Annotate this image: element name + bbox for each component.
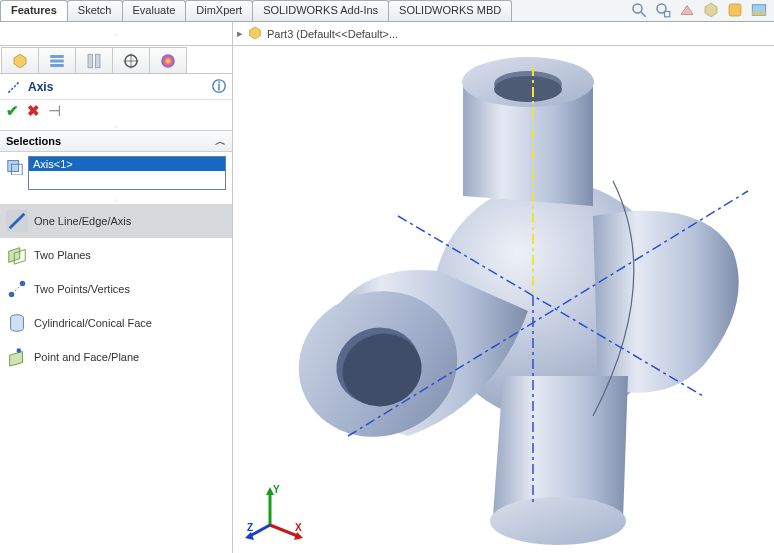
fm-tab-display-manager[interactable] — [149, 47, 187, 73]
svg-point-28 — [494, 76, 562, 102]
svg-rect-4 — [729, 4, 741, 16]
model-cylinder-top — [462, 57, 594, 206]
model-cylinder-front — [280, 270, 528, 457]
tab-sketch[interactable]: Sketch — [67, 0, 123, 21]
option-label: Two Points/Vertices — [34, 283, 130, 295]
two-points-icon — [6, 278, 28, 300]
option-cylindrical-conical-face[interactable]: Cylindrical/Conical Face — [0, 306, 232, 340]
zoom-to-fit-icon[interactable] — [630, 1, 648, 21]
option-point-and-face-plane[interactable]: Point and Face/Plane — [0, 340, 232, 374]
part-icon — [247, 25, 263, 43]
selection-entity-icon — [6, 157, 24, 175]
selection-item[interactable]: Axis<1> — [29, 157, 225, 171]
triad-y-label: Y — [273, 485, 280, 495]
svg-rect-7 — [50, 55, 64, 58]
breadcrumb[interactable]: ▸ Part3 (Default<<Default>... — [233, 25, 398, 43]
tab-evaluate[interactable]: Evaluate — [122, 0, 187, 21]
property-manager-controls: ✔ ✖ ⊣ — [0, 100, 232, 122]
option-label: Cylindrical/Conical Face — [34, 317, 152, 329]
svg-rect-17 — [8, 161, 19, 172]
svg-rect-9 — [50, 64, 64, 67]
tab-dimxpert[interactable]: DimXpert — [185, 0, 253, 21]
svg-line-1 — [641, 12, 646, 17]
svg-rect-11 — [96, 54, 101, 68]
heads-up-toolbar — [630, 0, 774, 21]
feature-manager-pane: Axis ⓘ ✔ ✖ ⊣ Selections ︿ Axis<1> — [0, 46, 233, 553]
cylindrical-face-icon — [6, 312, 28, 334]
svg-point-0 — [633, 4, 642, 13]
origin-triad[interactable]: Y X Z — [245, 485, 305, 545]
selections-label: Selections — [6, 135, 61, 147]
pin-button[interactable]: ⊣ — [48, 102, 61, 120]
option-label: Two Planes — [34, 249, 91, 261]
fm-tab-property-manager[interactable] — [38, 47, 76, 73]
panel-divider — [0, 122, 232, 130]
zoom-to-area-icon[interactable] — [654, 1, 672, 21]
help-icon[interactable]: ⓘ — [212, 78, 226, 96]
option-label: Point and Face/Plane — [34, 351, 139, 363]
edit-appearance-icon[interactable] — [726, 1, 744, 21]
svg-point-24 — [17, 348, 22, 353]
tab-addins[interactable]: SOLIDWORKS Add-Ins — [252, 0, 389, 21]
cancel-button[interactable]: ✖ — [27, 102, 40, 120]
ok-button[interactable]: ✔ — [6, 102, 19, 120]
section-view-icon[interactable] — [678, 1, 696, 21]
option-two-planes[interactable]: Two Planes — [0, 238, 232, 272]
svg-rect-6 — [752, 11, 766, 15]
svg-rect-3 — [665, 11, 670, 16]
command-manager-tabs: Features Sketch Evaluate DimXpert SOLIDW… — [0, 0, 774, 22]
selections-listbox[interactable]: Axis<1> — [28, 156, 226, 190]
graphics-viewport[interactable]: Y X Z — [233, 46, 774, 553]
svg-rect-8 — [50, 59, 64, 62]
svg-line-19 — [10, 214, 25, 229]
svg-line-16 — [8, 81, 19, 92]
fm-tab-configuration-manager[interactable] — [75, 47, 113, 73]
chevron-right-icon: ▸ — [237, 27, 243, 40]
panel-divider — [0, 196, 232, 204]
rebuild-indicator — [0, 22, 233, 46]
property-manager-title-bar: Axis ⓘ — [0, 74, 232, 100]
tab-mbd[interactable]: SOLIDWORKS MBD — [388, 0, 512, 21]
axis-icon — [6, 79, 22, 95]
model-cylinder-bottom — [490, 376, 628, 545]
breadcrumb-row: ▸ Part3 (Default<<Default>... — [0, 22, 774, 46]
point-and-plane-icon — [6, 346, 28, 368]
two-planes-icon — [6, 244, 28, 266]
svg-point-15 — [161, 54, 175, 68]
fm-tab-dimxpert-manager[interactable] — [112, 47, 150, 73]
option-one-line-edge-axis[interactable]: One Line/Edge/Axis — [0, 204, 232, 238]
option-two-points-vertices[interactable]: Two Points/Vertices — [0, 272, 232, 306]
svg-point-25 — [490, 497, 626, 545]
selections-group-header[interactable]: Selections ︿ — [0, 130, 232, 152]
option-label: One Line/Edge/Axis — [34, 215, 131, 227]
fm-tab-feature-tree[interactable] — [1, 47, 39, 73]
apply-scene-icon[interactable] — [750, 1, 768, 21]
line-edge-axis-icon — [6, 210, 28, 232]
svg-line-22 — [12, 284, 21, 293]
property-manager-title: Axis — [28, 80, 53, 94]
tab-features[interactable]: Features — [0, 0, 68, 21]
chevron-up-icon: ︿ — [215, 134, 226, 149]
triad-z-label: Z — [247, 522, 253, 533]
triad-x-label: X — [295, 522, 302, 533]
view-orientation-icon[interactable] — [702, 1, 720, 21]
breadcrumb-part-label: Part3 (Default<<Default>... — [267, 28, 398, 40]
feature-manager-tabs — [0, 46, 232, 74]
svg-rect-10 — [88, 54, 93, 68]
